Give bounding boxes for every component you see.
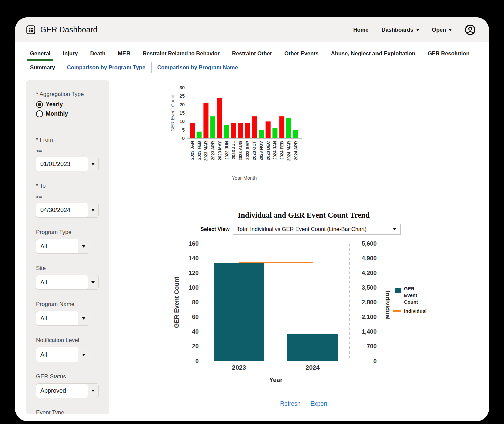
svg-text:Count: Count [404, 299, 418, 305]
dashboard-grid-icon[interactable] [26, 25, 35, 34]
notification-level-dropdown[interactable]: All [36, 347, 89, 362]
to-operator: <= [36, 194, 103, 200]
svg-text:20: 20 [179, 102, 185, 107]
svg-text:2023 OCT: 2023 OCT [252, 141, 257, 160]
svg-text:120: 120 [189, 270, 199, 276]
tab-abuse-neglect-and-exploitation[interactable]: Abuse, Neglect and Exploitation [331, 50, 415, 61]
svg-text:GER Event Count: GER Event Count [170, 94, 175, 131]
nav-home[interactable]: Home [353, 27, 369, 33]
svg-text:5,600: 5,600 [362, 240, 377, 247]
svg-text:Event: Event [404, 293, 417, 298]
to-date-dropdown[interactable]: 04/30/2024 [36, 203, 99, 218]
chevron-down-icon [88, 157, 98, 171]
dashboard-card: GER Dashboard Home Dashboards Open Gener… [15, 17, 489, 421]
svg-text:2023 DEC: 2023 DEC [266, 141, 271, 160]
svg-text:15: 15 [179, 110, 185, 116]
chevron-down-icon [393, 228, 396, 230]
to-label: * To [36, 183, 103, 189]
svg-text:2024: 2024 [306, 364, 320, 371]
svg-text:2023 MAR: 2023 MAR [204, 141, 208, 161]
monthly-ger-bar-chart: 051015202530GER Event Count2023 JAN2023 … [167, 83, 489, 185]
site-dropdown[interactable]: All [36, 275, 99, 290]
tab-restraint-related-to-behavior[interactable]: Restraint Related to Behavior [143, 50, 220, 61]
from-operator: >= [36, 148, 103, 154]
svg-text:160: 160 [189, 240, 199, 247]
site-label: Site [36, 265, 103, 272]
trend-chart-section: Individual and GER Event Count Trend Sel… [172, 211, 436, 407]
select-view-row: Select View Total Individual vs GER Even… [200, 224, 436, 235]
svg-text:0: 0 [195, 358, 199, 365]
select-view-label: Select View [200, 226, 230, 232]
svg-text:25: 25 [179, 93, 185, 99]
user-avatar-icon[interactable] [465, 24, 476, 35]
tab-general[interactable]: General [30, 50, 50, 61]
monthly-ger-bar-chart-svg[interactable]: 051015202530GER Event Count2023 JAN2023 … [167, 83, 307, 183]
subtab-separator [151, 62, 152, 73]
individual-ger-trend-chart-svg[interactable]: 020406080100120140160GER Event Count0700… [172, 240, 436, 389]
svg-text:20: 20 [192, 343, 199, 350]
tab-death[interactable]: Death [90, 50, 105, 61]
program-type-dropdown[interactable]: All [36, 239, 89, 254]
nav-open[interactable]: Open [432, 27, 452, 33]
svg-text:2024 JAN: 2024 JAN [273, 141, 277, 160]
radio-unselected-icon [36, 110, 43, 117]
filters-sidebar: * Aggregation Type Yearly Monthly * From… [26, 80, 109, 414]
svg-text:30: 30 [179, 85, 185, 90]
svg-text:4,200: 4,200 [362, 270, 377, 276]
svg-text:2023 FEB: 2023 FEB [197, 141, 202, 160]
chevron-down-icon [449, 29, 452, 31]
chevron-down-icon [88, 203, 98, 217]
export-link[interactable]: Export [310, 400, 327, 407]
svg-text:5: 5 [182, 127, 185, 133]
subtab-separator [61, 62, 61, 73]
program-name-label: Program Name [36, 301, 103, 308]
radio-yearly[interactable]: Yearly [36, 101, 103, 108]
svg-text:Individual: Individual [404, 308, 427, 314]
svg-text:2023 AUG: 2023 AUG [238, 141, 243, 161]
svg-text:2023 JUL: 2023 JUL [231, 141, 236, 159]
chevron-down-icon [78, 311, 89, 325]
subtab-comparison-by-program-type[interactable]: Comparison by Program Type [67, 64, 145, 71]
subtab-summary[interactable]: Summary [30, 64, 55, 71]
svg-text:2023 APR: 2023 APR [211, 141, 215, 160]
program-name-dropdown[interactable]: All [36, 311, 89, 326]
chevron-down-icon [88, 384, 98, 398]
svg-text:80: 80 [192, 299, 199, 306]
svg-text:140: 140 [189, 255, 199, 262]
svg-text:Year-Month: Year-Month [232, 175, 257, 181]
ger-status-label: GER Status [36, 373, 103, 380]
svg-text:100: 100 [189, 284, 199, 291]
tab-mer[interactable]: MER [118, 50, 130, 61]
svg-text:2,800: 2,800 [362, 299, 377, 306]
ger-status-dropdown[interactable]: Approved [36, 383, 99, 398]
tab-ger-resolution[interactable]: GER Resolution [428, 50, 470, 61]
svg-text:GER Event Count: GER Event Count [173, 277, 180, 328]
tab-other-events[interactable]: Other Events [284, 50, 319, 61]
radio-monthly[interactable]: Monthly [36, 110, 103, 117]
chart-title: Individual and GER Event Count Trend [172, 211, 436, 220]
links-separator: - [305, 400, 307, 407]
svg-text:1,400: 1,400 [362, 328, 377, 335]
subtab-comparison-by-program-name[interactable]: Comparison by Program Name [157, 64, 238, 71]
svg-text:4,900: 4,900 [362, 255, 377, 262]
svg-text:700: 700 [367, 343, 377, 350]
chart-footer-links: Refresh - Export [172, 400, 436, 407]
tab-injury[interactable]: Injury [63, 50, 78, 61]
nav-dashboards[interactable]: Dashboards [381, 27, 419, 33]
charts-area: 051015202530GER Event Count2023 JAN2023 … [109, 80, 489, 414]
svg-text:10: 10 [179, 119, 185, 124]
svg-text:2023 JAN: 2023 JAN [190, 141, 195, 160]
svg-text:40: 40 [192, 328, 199, 335]
svg-text:2024 APR: 2024 APR [294, 141, 298, 160]
from-date-dropdown[interactable]: 01/01/2023 [36, 157, 99, 171]
tab-restraint-other[interactable]: Restraint Other [232, 50, 272, 61]
svg-text:2,100: 2,100 [362, 314, 377, 320]
refresh-link[interactable]: Refresh [280, 400, 300, 407]
sub-tabs: SummaryComparison by Program TypeCompari… [15, 62, 489, 73]
main-tabs: GeneralInjuryDeathMERRestraint Related t… [15, 42, 489, 61]
chevron-down-icon [78, 239, 89, 253]
svg-text:2023 MAY: 2023 MAY [218, 141, 222, 160]
notification-level-label: Notification Level [36, 337, 103, 344]
select-view-dropdown[interactable]: Total Individual vs GER Event Count (Lin… [233, 224, 401, 235]
svg-text:2023 NOV: 2023 NOV [259, 141, 264, 160]
